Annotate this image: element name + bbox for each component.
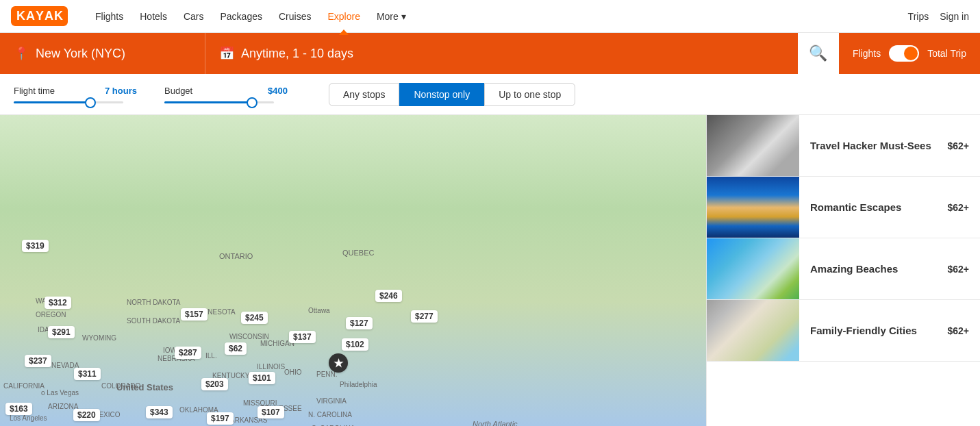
flights-total-toggle[interactable] bbox=[889, 45, 919, 62]
geo-virginia: VIRGINIA bbox=[316, 397, 347, 405]
map-price-319[interactable]: $319 bbox=[22, 240, 49, 252]
nav-cars[interactable]: Cars bbox=[184, 8, 204, 25]
geo-north-carolina: N. CAROLINA bbox=[308, 411, 352, 418]
sidebar-info-romantic-escapes: Romantic Escapes bbox=[799, 201, 947, 213]
geo-los-angeles: Los Angeles bbox=[10, 414, 47, 422]
logo-y: Y bbox=[36, 9, 43, 23]
map-price-157[interactable]: $157 bbox=[181, 308, 208, 321]
map-price-245[interactable]: $245 bbox=[241, 312, 268, 324]
sidebar-img-romantic-escapes bbox=[707, 177, 799, 238]
map-price-107[interactable]: $107 bbox=[257, 406, 284, 418]
geo-quebec: QUEBEC bbox=[342, 249, 374, 257]
map-price-62b[interactable]: $62 bbox=[225, 342, 247, 355]
geo-illinois-label: ILL. bbox=[205, 352, 217, 360]
stops-filter: Any stops Nonstop only Up to one stop bbox=[329, 83, 575, 106]
search-icon: 🔍 bbox=[809, 45, 827, 62]
sidebar-price-romantic-escapes: $62+ bbox=[947, 202, 980, 213]
main-content: ONTARIO QUEBEC Mexico Gulf of Mexico Nor… bbox=[0, 115, 980, 426]
any-stops-button[interactable]: Any stops bbox=[329, 83, 399, 106]
search-button[interactable]: 🔍 bbox=[798, 33, 839, 74]
map-price-237[interactable]: $237 bbox=[25, 355, 51, 367]
sidebar-info-travel-hacker: Travel Hacker Must-Sees bbox=[799, 140, 947, 151]
budget-slider[interactable] bbox=[164, 101, 274, 103]
nonstop-only-button[interactable]: Nonstop only bbox=[399, 83, 484, 106]
nav-explore[interactable]: Explore bbox=[327, 8, 360, 25]
geo-ohio: OHIO bbox=[284, 368, 302, 376]
geo-north-dakota: NORTH DAKOTA bbox=[127, 299, 181, 306]
flight-time-slider[interactable] bbox=[14, 101, 123, 103]
calendar-icon: 📅 bbox=[219, 46, 234, 61]
map-price-287[interactable]: $287 bbox=[175, 347, 201, 359]
search-bar: 📍 New York (NYC) 📅 Anytime, 1 - 10 days … bbox=[0, 33, 980, 74]
sidebar: Travel Hacker Must-Sees $62+ Romantic Es… bbox=[706, 115, 980, 426]
nav-hotels[interactable]: Hotels bbox=[140, 8, 167, 25]
budget-fill bbox=[164, 101, 252, 103]
search-date[interactable]: 📅 Anytime, 1 - 10 days bbox=[205, 33, 798, 74]
sidebar-price-amazing-beaches: $62+ bbox=[947, 264, 980, 275]
map-price-127[interactable]: $127 bbox=[346, 317, 373, 329]
flight-time-value: 7 hours bbox=[105, 86, 137, 96]
budget-label: Budget bbox=[164, 86, 192, 96]
date-value: Anytime, 1 - 10 days bbox=[241, 47, 353, 61]
logo-k: K bbox=[16, 9, 25, 23]
map-price-197[interactable]: $197 bbox=[207, 412, 234, 425]
map-price-311[interactable]: $311 bbox=[74, 368, 101, 380]
geo-chicago: ILLINOIS bbox=[257, 363, 285, 371]
geo-ontario: ONTARIO bbox=[219, 252, 253, 260]
nav-right: Trips Sign in bbox=[908, 8, 969, 25]
geo-ottawa: Ottawa bbox=[308, 307, 330, 314]
geo-wisconsin: WISCONSIN bbox=[229, 333, 269, 340]
map-price-246[interactable]: $246 bbox=[375, 290, 402, 302]
nav-packages[interactable]: Packages bbox=[221, 8, 262, 25]
flight-time-fill bbox=[14, 101, 90, 103]
nav-flights[interactable]: Flights bbox=[95, 8, 123, 25]
map-price-277[interactable]: $277 bbox=[411, 310, 438, 323]
map-price-203[interactable]: $203 bbox=[201, 378, 228, 390]
sidebar-card-romantic-escapes[interactable]: Romantic Escapes $62+ bbox=[707, 177, 980, 238]
flight-time-label: Flight time bbox=[14, 86, 55, 96]
sidebar-title-travel-hacker: Travel Hacker Must-Sees bbox=[810, 140, 936, 151]
logo-k2: K bbox=[54, 9, 62, 23]
map-price-291[interactable]: $291 bbox=[48, 326, 75, 338]
sidebar-card-travel-hacker[interactable]: Travel Hacker Must-Sees $62+ bbox=[707, 115, 980, 177]
sidebar-card-family-cities[interactable]: Family-Friendly Cities $62+ bbox=[707, 300, 980, 362]
geo-us: United States bbox=[116, 382, 173, 392]
nav-cruises[interactable]: Cruises bbox=[279, 8, 311, 25]
map-price-137[interactable]: $137 bbox=[289, 331, 316, 343]
sidebar-img-amazing-beaches bbox=[707, 238, 799, 300]
sidebar-title-family-cities: Family-Friendly Cities bbox=[810, 325, 936, 336]
map-price-312a[interactable]: $312 bbox=[45, 297, 71, 309]
sidebar-price-travel-hacker: $62+ bbox=[947, 140, 980, 151]
flight-time-thumb[interactable] bbox=[85, 97, 96, 108]
map-price-101[interactable]: $101 bbox=[249, 372, 275, 384]
map-price-220[interactable]: $220 bbox=[73, 409, 100, 421]
sidebar-img-family-cities bbox=[707, 300, 799, 362]
map-price-102[interactable]: $102 bbox=[342, 338, 368, 351]
geo-wyoming: WYOMING bbox=[82, 334, 116, 342]
geo-philadelphia: Philadelphia bbox=[340, 381, 377, 388]
map-price-343[interactable]: $343 bbox=[146, 406, 173, 418]
up-to-one-stop-button[interactable]: Up to one stop bbox=[484, 83, 575, 106]
geo-south-dakota: SOUTH DAKOTA bbox=[127, 317, 180, 325]
location-icon: 📍 bbox=[14, 46, 29, 61]
home-marker[interactable]: ★ bbox=[329, 353, 348, 373]
geo-colorado: COLORADO bbox=[101, 382, 140, 390]
logo-a1: A bbox=[26, 9, 34, 23]
search-location[interactable]: 📍 New York (NYC) bbox=[0, 33, 205, 74]
budget-thumb[interactable] bbox=[247, 97, 257, 108]
total-trip-toggle-label: Total Trip bbox=[927, 48, 966, 59]
budget-value: $400 bbox=[268, 86, 288, 96]
sidebar-title-romantic-escapes: Romantic Escapes bbox=[810, 201, 936, 213]
sidebar-card-amazing-beaches[interactable]: Amazing Beaches $62+ bbox=[707, 238, 980, 300]
location-value: New York (NYC) bbox=[36, 47, 125, 61]
map[interactable]: ONTARIO QUEBEC Mexico Gulf of Mexico Nor… bbox=[0, 115, 706, 426]
sidebar-info-amazing-beaches: Amazing Beaches bbox=[799, 263, 947, 275]
nav-more[interactable]: More ▾ bbox=[377, 8, 406, 25]
nav-signin[interactable]: Sign in bbox=[940, 8, 969, 25]
nav-trips[interactable]: Trips bbox=[908, 8, 929, 25]
logo[interactable]: K A Y A K bbox=[11, 6, 68, 26]
toggle-knob bbox=[904, 47, 918, 60]
search-toggle-group: Flights Total Trip bbox=[839, 45, 980, 62]
sidebar-img-travel-hacker bbox=[707, 115, 799, 177]
map-price-163[interactable]: $163 bbox=[5, 403, 32, 415]
